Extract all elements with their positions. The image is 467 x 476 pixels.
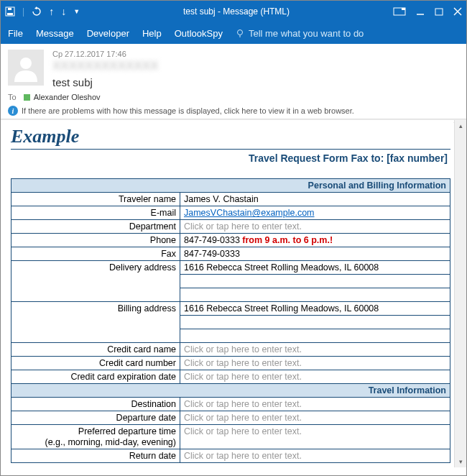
presence-icon xyxy=(24,94,30,101)
infobar-text: If there are problems with how this mess… xyxy=(22,106,354,115)
label-ccnum: Credit card number xyxy=(11,357,180,370)
menu-message[interactable]: Message xyxy=(36,28,74,39)
message-date: Cp 27.12.2017 17:46 xyxy=(52,50,459,58)
svg-point-11 xyxy=(20,58,32,69)
svg-rect-4 xyxy=(402,8,405,10)
to-label: To xyxy=(8,93,17,101)
val-deliv: 1616 Rebecca Street Rolling Meadows, IL … xyxy=(180,261,450,275)
val-deliv-2 xyxy=(180,275,450,288)
lightbulb-icon xyxy=(236,29,245,38)
message-header: Cp 27.12.2017 17:46 XXXXXXXXXXXXX test s… xyxy=(1,44,466,91)
val-ccname[interactable]: Click or tap here to enter text. xyxy=(180,343,450,357)
to-name: Alexander Oleshov xyxy=(34,93,101,101)
val-dept[interactable]: Click or tap here to enter text. xyxy=(180,220,450,234)
menu-help[interactable]: Help xyxy=(142,28,162,39)
label-phone: Phone xyxy=(11,234,180,247)
val-dest[interactable]: Click or tap here to enter text. xyxy=(180,398,450,411)
val-fax: 847-749-0333 xyxy=(180,247,450,261)
to-recipient[interactable]: Alexander Oleshov xyxy=(24,93,101,101)
val-ccnum[interactable]: Click or tap here to enter text. xyxy=(180,357,450,370)
label-ccname: Credit card name xyxy=(11,343,180,357)
val-bill: 1616 Rebecca Street Rolling Meadows, IL … xyxy=(180,302,450,316)
label-dept: Department xyxy=(11,220,180,234)
ribbon-options-icon[interactable] xyxy=(393,7,406,16)
label-dest: Destination xyxy=(11,398,180,411)
doc-heading: Example xyxy=(11,126,450,147)
val-bill-2 xyxy=(180,316,450,329)
infobar[interactable]: i If there are problems with how this me… xyxy=(1,103,466,119)
val-email[interactable]: JamesVChastain@example.com xyxy=(184,208,315,218)
titlebar: | ↑ ↓ ▼ test subj - Message (HTML) xyxy=(1,1,466,22)
svg-rect-2 xyxy=(8,8,11,10)
menu-developer[interactable]: Developer xyxy=(87,28,129,39)
tellme-search[interactable]: Tell me what you want to do xyxy=(236,28,364,39)
label-ccexp: Credit card expiration date xyxy=(11,370,180,384)
body-scrollbar[interactable]: ▴ ▾ xyxy=(454,120,466,467)
label-deliv: Delivery address xyxy=(11,261,180,302)
message-subject: test subj xyxy=(52,76,459,88)
val-rdate[interactable]: Click or tap here to enter text. xyxy=(180,449,450,463)
tellme-label: Tell me what you want to do xyxy=(249,28,364,39)
minimize-icon[interactable] xyxy=(416,7,425,16)
section-personal: Personal and Billing Information xyxy=(11,179,450,193)
divider: | xyxy=(22,6,24,17)
val-deliv-3 xyxy=(180,288,450,302)
label-ddate: Departure date xyxy=(11,411,180,425)
avatar xyxy=(8,50,44,86)
val-phone: 847-749-0333 from 9 a.m. to 6 p.m.! xyxy=(180,234,450,247)
scroll-down-icon[interactable]: ▾ xyxy=(455,456,466,467)
form-header: Travel Request Form Fax to: [fax number] xyxy=(11,149,450,178)
refresh-icon[interactable] xyxy=(32,6,42,17)
svg-point-9 xyxy=(237,29,242,35)
label-fax: Fax xyxy=(11,247,180,261)
info-icon: i xyxy=(8,106,18,116)
svg-rect-6 xyxy=(435,9,443,15)
travel-form-table: Personal and Billing Information Travele… xyxy=(11,178,450,463)
label-traveler: Traveler name xyxy=(11,193,180,206)
label-rdate: Return date xyxy=(11,449,180,463)
menu-file[interactable]: File xyxy=(8,28,23,39)
up-arrow-icon[interactable]: ↑ xyxy=(49,6,54,17)
label-ptime: Preferred departure time(e.g., morning, … xyxy=(11,425,180,449)
val-traveler: James V. Chastain xyxy=(180,193,450,206)
val-ptime[interactable]: Click or tap here to enter text. xyxy=(180,425,450,449)
menubar: File Message Developer Help OutlookSpy T… xyxy=(1,22,466,44)
maximize-icon[interactable] xyxy=(435,7,443,16)
val-bill-3 xyxy=(180,329,450,343)
menu-outlookspy[interactable]: OutlookSpy xyxy=(175,28,223,39)
label-email: E-mail xyxy=(11,206,180,220)
svg-rect-1 xyxy=(7,13,13,15)
message-body: ▴ ▾ Example Travel Request Form Fax to: … xyxy=(1,119,466,467)
message-from: XXXXXXXXXXXXX xyxy=(52,59,459,73)
val-ddate[interactable]: Click or tap here to enter text. xyxy=(180,411,450,425)
window-title: test subj - Message (HTML) xyxy=(80,6,393,17)
save-icon[interactable] xyxy=(5,6,15,17)
qat-dropdown-icon[interactable]: ▼ xyxy=(73,8,80,15)
close-icon[interactable] xyxy=(453,7,462,16)
down-arrow-icon[interactable]: ↓ xyxy=(61,6,66,17)
to-line: To Alexander Oleshov xyxy=(1,91,466,103)
scroll-up-icon[interactable]: ▴ xyxy=(455,120,466,132)
label-bill: Billing address xyxy=(11,302,180,343)
val-ccexp[interactable]: Click or tap here to enter text. xyxy=(180,370,450,384)
section-travel: Travel Information xyxy=(11,384,450,398)
